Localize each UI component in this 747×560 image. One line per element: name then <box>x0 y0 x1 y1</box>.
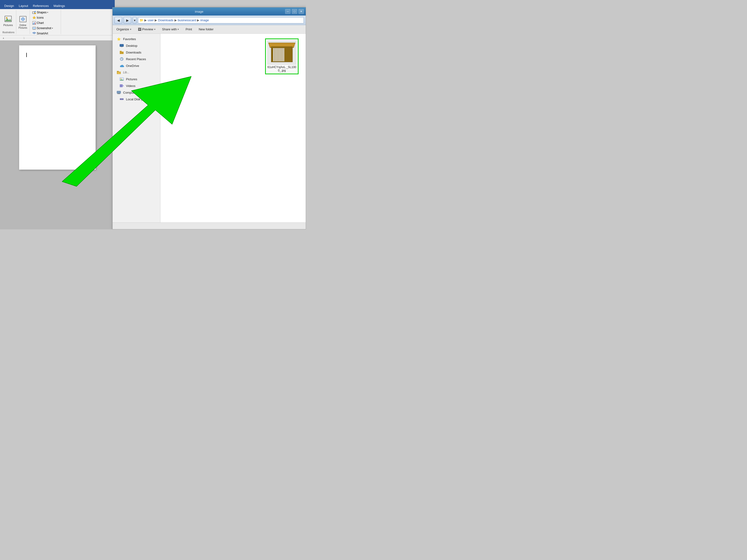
online-pictures-group-label <box>18 34 28 34</box>
path-businesscard[interactable]: businesscard <box>178 18 196 22</box>
tab-references[interactable]: References <box>31 3 51 9</box>
document-area <box>0 41 115 229</box>
svg-line-32 <box>122 59 122 59</box>
svg-marker-2 <box>5 18 11 21</box>
file-preview-image <box>267 41 296 64</box>
sidebar-pane: ⭐ Favorites Desktop <box>112 34 160 222</box>
ribbon-body: Pictures Illustrations Onlin <box>0 9 115 35</box>
svg-rect-17 <box>33 29 35 30</box>
svg-rect-12 <box>33 23 33 24</box>
online-pictures-button[interactable]: OnlinePictures <box>18 14 28 30</box>
chart-icon <box>32 21 36 25</box>
chart-label: Chart <box>37 21 44 25</box>
tab-design[interactable]: Design <box>2 3 16 9</box>
svg-rect-13 <box>34 22 34 24</box>
organize-button[interactable]: Organize ▾ <box>115 27 133 32</box>
screenshot-label: Screenshot <box>37 27 51 30</box>
svg-point-37 <box>121 78 122 79</box>
forward-button[interactable]: ▶ <box>124 17 131 24</box>
picture-icon <box>4 15 12 23</box>
illustrations-label: Illustrations <box>2 31 15 34</box>
shapes-button[interactable]: Shapes ▾ <box>31 10 50 15</box>
svg-rect-35 <box>118 72 120 74</box>
pictures-button[interactable]: Pictures <box>2 14 14 27</box>
dropdown-button[interactable]: ▾ <box>133 17 136 24</box>
new-folder-label: New folder <box>199 27 213 31</box>
path-separator-1: ▶ <box>145 18 147 22</box>
path-user[interactable]: user <box>148 18 154 22</box>
explorer-titlebar: image ─ □ ✕ <box>112 7 306 16</box>
pictures-label: Pictures <box>3 24 13 27</box>
sidebar-item-favorites[interactable]: ⭐ Favorites <box>112 35 160 42</box>
back-button[interactable]: ◀ <box>114 17 122 24</box>
preview-button[interactable]: 🖼 Preview ▾ <box>136 27 157 32</box>
path-separator-2: ▶ <box>155 18 157 22</box>
sidebar-item-pictures[interactable]: Pictures <box>112 76 160 82</box>
ruler-indicator: ▲ <box>2 37 4 39</box>
screenshot-button[interactable]: Screenshot ▾ <box>31 26 54 31</box>
explorer-action-toolbar: Organize ▾ 🖼 Preview ▾ Share with ▾ Prin… <box>112 25 306 34</box>
organize-label: Organize <box>117 27 129 31</box>
icons-label: Icons <box>37 16 44 19</box>
shapes-arrow: ▾ <box>47 11 48 14</box>
svg-rect-16 <box>33 27 35 29</box>
smartart-button[interactable]: SmartArt <box>31 31 49 36</box>
card-box-body <box>271 47 292 62</box>
main-content-pane: 61uHCYsjAoL._SL1000_.jpg <box>160 34 306 222</box>
path-image[interactable]: image <box>200 18 209 22</box>
ribbon-tab-bar: Design Layout References Mailings <box>0 0 115 9</box>
tab-layout[interactable]: Layout <box>16 3 30 9</box>
svg-point-46 <box>122 99 123 100</box>
computer-label: Computer <box>123 91 137 95</box>
print-button[interactable]: Print <box>184 27 194 32</box>
recent-icon <box>119 57 124 61</box>
libraries-label: Lib... <box>123 71 129 74</box>
shapes-chart-group-label <box>31 36 59 36</box>
online-pictures-label: OnlinePictures <box>19 24 27 29</box>
sidebar-item-localdisk[interactable]: Local Disk (C:) <box>112 96 160 103</box>
chart-button[interactable]: Chart <box>31 21 45 25</box>
folder-icon: 📁 <box>139 18 144 22</box>
minimize-button[interactable]: ─ <box>285 9 290 14</box>
svg-rect-20 <box>34 33 35 34</box>
explorer-statusbar <box>112 222 306 229</box>
file-thumbnail[interactable]: 61uHCYsjAoL._SL1000_.jpg <box>265 38 299 74</box>
online-pictures-group: OnlinePictures <box>16 10 30 34</box>
icons-button[interactable]: Icons <box>31 15 45 20</box>
smartart-label: SmartArt <box>37 32 48 35</box>
share-with-button[interactable]: Share with ▾ <box>161 27 180 32</box>
cloud-icon <box>119 64 124 68</box>
shapes-chart-group: Shapes ▾ Icons <box>30 10 61 34</box>
close-button[interactable]: ✕ <box>299 9 304 14</box>
pictures-sidebar-icon <box>119 77 124 81</box>
path-separator-3: ▶ <box>175 18 177 22</box>
address-bar[interactable]: 📁 ▶ user ▶ Downloads ▶ businesscard ▶ im… <box>138 17 304 23</box>
explorer-body: ⭐ Favorites Desktop <box>112 34 306 222</box>
videos-icon <box>119 84 124 88</box>
sidebar-item-downloads[interactable]: Downloads <box>112 49 160 56</box>
svg-point-9 <box>34 13 36 14</box>
card-box-graphic <box>270 43 294 62</box>
svg-rect-39 <box>120 84 123 87</box>
sidebar-item-libraries[interactable]: Lib... <box>112 69 160 76</box>
sidebar-item-onedrive[interactable]: OneDrive <box>112 62 160 69</box>
maximize-button[interactable]: □ <box>292 9 297 14</box>
sidebar-item-videos[interactable]: Videos <box>112 82 160 89</box>
tab-mailings[interactable]: Mailings <box>51 3 68 9</box>
computer-icon <box>117 90 121 95</box>
star-icon: ⭐ <box>117 37 121 41</box>
path-downloads[interactable]: Downloads <box>158 18 173 22</box>
onedrive-label: OneDrive <box>126 64 139 68</box>
favorites-label: Favorites <box>123 37 136 41</box>
new-folder-button[interactable]: New folder <box>197 27 215 32</box>
svg-rect-7 <box>32 12 34 14</box>
sidebar-item-desktop[interactable]: Desktop <box>112 42 160 49</box>
explorer-nav-toolbar: ◀ ▶ ▾ 📁 ▶ user ▶ Downloads ▶ businesscar… <box>112 16 306 25</box>
sidebar-item-recent[interactable]: Recent Places <box>112 56 160 62</box>
svg-marker-8 <box>34 11 36 12</box>
desktop-icon <box>119 44 124 48</box>
word-ribbon: Design Layout References Mailings Pictur… <box>0 0 115 35</box>
svg-rect-26 <box>120 44 124 47</box>
svg-rect-41 <box>117 91 121 94</box>
sidebar-item-computer[interactable]: Computer <box>112 89 160 96</box>
